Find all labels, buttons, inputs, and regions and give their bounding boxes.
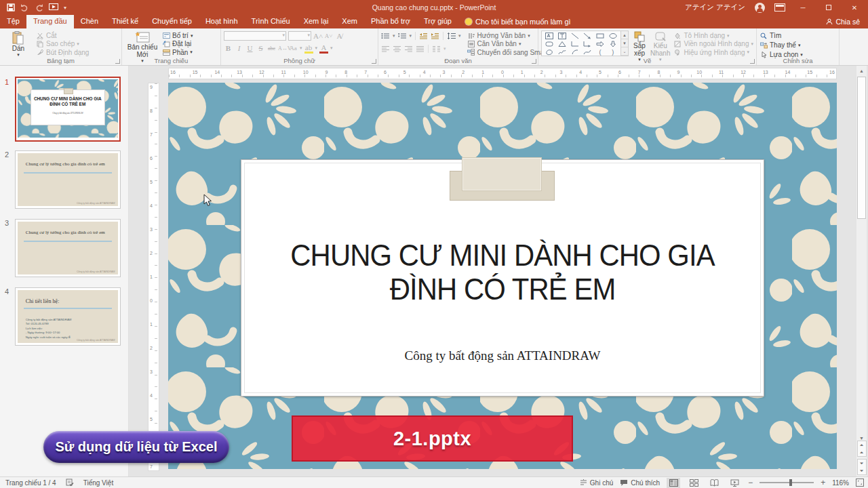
font-size-combo[interactable] [288, 31, 311, 41]
shape-textbox-icon[interactable] [545, 33, 553, 39]
avatar[interactable] [755, 3, 765, 13]
qat-customize-icon[interactable]: ▾ [64, 5, 66, 11]
shape-gallery-more-icon[interactable]: ⌄ [621, 47, 628, 56]
tab-transitions[interactable]: Chuyển tiếp [145, 15, 199, 28]
tab-insert[interactable]: Chèn [74, 15, 105, 28]
fit-slide-to-window-icon[interactable] [856, 479, 864, 487]
tab-home[interactable]: Trang đầu [26, 15, 74, 28]
shape-line-icon[interactable] [571, 33, 579, 39]
paragraph-dialog-launcher[interactable] [532, 59, 536, 64]
language-indicator[interactable]: Tiếng Việt [83, 479, 113, 487]
shape-effects-button[interactable]: Hiệu ứng Hình dạng▾ [673, 49, 753, 56]
shape-oval-icon[interactable] [609, 33, 617, 39]
bold-button[interactable]: B [224, 44, 233, 52]
slide-subtitle[interactable]: Công ty bất động sản ATTAINDRAW [254, 348, 751, 363]
shape-elbow-arrow-icon[interactable] [583, 41, 591, 47]
tab-design[interactable]: Thiết kế [105, 15, 145, 28]
line-spacing-icon[interactable] [447, 33, 456, 39]
vertical-scrollbar[interactable]: ⌃ ▲ ▼ ⏶⏶ ⏷⏷ [856, 66, 867, 476]
start-slideshow-icon[interactable] [49, 3, 58, 12]
slide-thumbnail-2[interactable]: Chung cư lý tưởng cho gia đình có trẻ em… [15, 150, 121, 209]
font-name-combo[interactable] [224, 31, 286, 41]
shape-right-brace-icon[interactable]: ) [606, 48, 619, 56]
clipboard-dialog-launcher[interactable] [115, 59, 120, 64]
decrease-indent-icon[interactable] [419, 33, 428, 39]
zoom-out-button[interactable]: − [748, 478, 753, 487]
comments-button[interactable]: Chú thích [620, 479, 660, 487]
grow-font-button[interactable]: A˄ [313, 32, 322, 40]
shape-rounded-rectangle-icon[interactable] [545, 41, 553, 47]
tell-me-box[interactable]: Cho tôi biết bạn muốn làm gì [458, 15, 578, 28]
slide-thumbnail-3[interactable]: Chung cư lý tưởng cho gia đình có trẻ em… [15, 219, 121, 277]
previous-slide-button[interactable]: ⏶⏶ [857, 441, 867, 457]
undo-icon[interactable] [20, 4, 29, 12]
subscript-button[interactable]: abc [267, 45, 276, 52]
shape-down-arrow-icon[interactable] [609, 41, 617, 47]
shape-scroll-up-icon[interactable]: ▲ [621, 31, 628, 39]
align-left-icon[interactable] [381, 45, 390, 52]
copy-button[interactable]: Sao chép ▾ [36, 40, 89, 47]
highlight-color-button[interactable]: ab [304, 43, 313, 54]
tab-review[interactable]: Xem lại [297, 15, 336, 28]
format-painter-button[interactable]: Bút Định dạng [36, 49, 89, 56]
paste-button[interactable]: Dán ▾ [3, 30, 34, 56]
align-center-icon[interactable] [393, 45, 401, 52]
columns-icon[interactable] [432, 45, 441, 52]
underline-button[interactable]: U [245, 44, 254, 52]
italic-button[interactable]: I [235, 44, 243, 52]
tab-view[interactable]: Xem [335, 15, 364, 28]
shape-gallery[interactable]: ( ) [541, 30, 621, 56]
cut-button[interactable]: Cắt [36, 32, 89, 39]
layout-button[interactable]: Bố trí▾ [162, 32, 193, 39]
tab-animations[interactable]: Hoạt hình [199, 15, 245, 28]
reading-view-button[interactable] [707, 478, 721, 488]
align-right-icon[interactable] [404, 45, 413, 52]
shape-rectangle-icon[interactable] [596, 33, 604, 39]
quick-styles-button[interactable]: Kiểu Nhanh▾ [650, 30, 670, 56]
shape-elbow-connector-icon[interactable] [571, 41, 579, 47]
slide-title[interactable]: CHUNG CƯ MINI DÀNH CHO GIA ĐÌNH CÓ TRẺ E… [272, 239, 734, 307]
reset-button[interactable]: Đặt lại [162, 40, 193, 47]
tab-addins[interactable]: Phần bổ trợ [364, 15, 417, 28]
new-slide-button[interactable]: Bản chiếu Mới ▾ [125, 30, 160, 56]
slide-sorter-view-button[interactable] [687, 478, 701, 488]
shape-freeform-icon[interactable] [545, 49, 553, 56]
font-dialog-launcher[interactable] [372, 59, 376, 64]
zoom-slider[interactable] [760, 482, 814, 483]
shape-fill-button[interactable]: Tô Hình dạng▾ [673, 32, 753, 39]
save-icon[interactable] [7, 3, 15, 12]
slide-thumbnail-1[interactable]: CHUNG CƯ MINI DÀNH CHO GIA ĐÌNH CÓ TRẺ E… [15, 77, 121, 142]
normal-view-button[interactable] [667, 478, 680, 488]
shape-gallery-scrollbar[interactable]: ▲ ▼ ⌄ [621, 30, 629, 56]
shape-scribble-icon[interactable] [558, 49, 566, 56]
next-slide-button[interactable]: ⏷⏷ [857, 459, 867, 475]
zoom-slider-thumb[interactable] [789, 479, 792, 486]
shape-left-brace-icon[interactable]: ( [594, 48, 607, 56]
increase-indent-icon[interactable] [431, 33, 439, 39]
minimize-button[interactable]: ─ [795, 4, 811, 12]
spellcheck-icon[interactable] [66, 479, 74, 487]
find-button[interactable]: Tìm [760, 32, 803, 39]
zoom-in-button[interactable]: + [821, 478, 825, 487]
shape-arc-icon[interactable] [571, 49, 579, 56]
clear-formatting-button[interactable]: A̸ [335, 32, 344, 40]
shape-arrow-icon[interactable] [583, 33, 591, 39]
strikethrough-button[interactable]: S [256, 44, 265, 52]
share-button[interactable]: Chia sẻ [826, 15, 868, 28]
font-color-button[interactable]: A [319, 43, 328, 54]
change-case-button[interactable]: Aa [289, 45, 298, 52]
tab-file[interactable]: Tệp [0, 15, 26, 28]
justify-icon[interactable] [416, 45, 425, 52]
shape-vertical-textbox-icon[interactable] [558, 33, 566, 39]
character-spacing-button[interactable]: A↔V [278, 45, 287, 52]
notes-button[interactable]: Ghi chú [580, 479, 613, 487]
shape-scroll-down-icon[interactable]: ▼ [621, 39, 628, 47]
replace-button[interactable]: Thay thế▾ [760, 41, 803, 49]
arrange-button[interactable]: Sắp xếp▾ [631, 30, 648, 56]
shrink-font-button[interactable]: A˅ [324, 33, 333, 39]
tab-slideshow[interactable]: Trình Chiếu [245, 15, 297, 28]
shape-outline-button[interactable]: Viền ngoài Hình dạng▾ [673, 40, 753, 47]
bullets-icon[interactable] [381, 33, 390, 39]
numbering-icon[interactable] [398, 33, 407, 39]
ribbon-display-options-icon[interactable] [774, 3, 785, 12]
